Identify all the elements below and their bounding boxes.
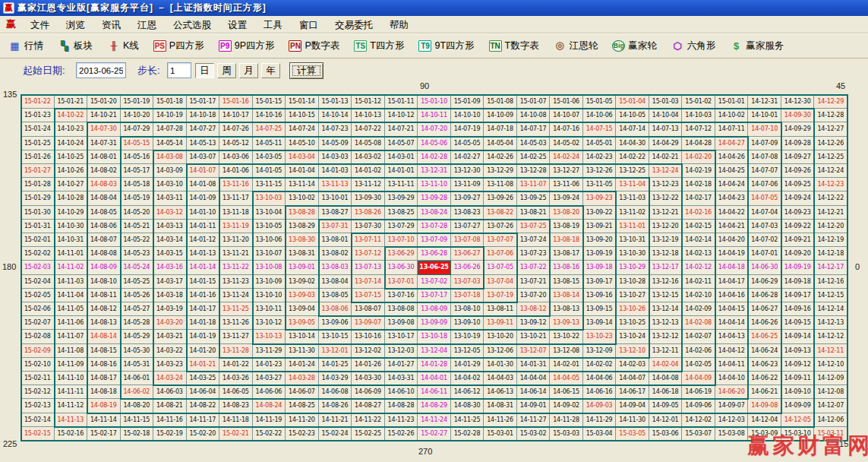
menu-item-10[interactable]: 帮助: [381, 18, 417, 32]
grid-cell: 13-12-03: [385, 344, 418, 358]
grid-cell: 14-06-29: [748, 275, 781, 289]
grid-cell: 13-08-31: [286, 247, 319, 261]
grid-cell: 15-01-04: [616, 95, 649, 109]
toolbar-button-13[interactable]: $赢家服务: [726, 37, 788, 55]
menu-logo-icon: 赢: [3, 17, 22, 31]
period-button-年[interactable]: 年: [261, 63, 280, 78]
grid-cell: 13-10-08: [253, 261, 286, 274]
grid-cell: 13-10-22: [550, 330, 583, 343]
start-date-input[interactable]: [76, 62, 126, 78]
grid-cell: 14-01-07: [187, 164, 220, 178]
grid-cell: 14-09-16: [781, 302, 815, 316]
menu-item-8[interactable]: 窗口: [291, 18, 327, 32]
menu-item-3[interactable]: 资讯: [93, 18, 129, 32]
grid-cell: 14-04-23: [715, 191, 749, 205]
grid-cell: 14-02-06: [682, 344, 715, 358]
toolbar-button-2[interactable]: ▚板块: [54, 37, 96, 55]
step-input[interactable]: [167, 62, 191, 78]
toolbar-button-11[interactable]: Big赢家轮: [608, 37, 661, 55]
grid-cell: 13-12-24: [649, 164, 683, 178]
grid-cell: 13-09-08: [385, 316, 418, 330]
grid-cell: 15-01-30: [21, 206, 55, 220]
grid-cell: 14-05-22: [121, 233, 154, 247]
grid-cell: 14-02-05: [682, 358, 715, 372]
period-button-月[interactable]: 月: [239, 63, 258, 78]
grid-cell: 14-03-03: [319, 150, 352, 164]
grid-cell: 14-01-25: [319, 358, 352, 372]
grid-cell: 14-07-27: [187, 122, 220, 136]
menu-item-9[interactable]: 交易委托: [327, 18, 381, 32]
grid-cell: 14-07-25: [253, 122, 286, 136]
grid-cell: 15-02-02: [21, 247, 55, 261]
grid-cell: 13-08-05: [319, 289, 352, 302]
grid-cell: 14-01-21: [187, 358, 220, 372]
menu-item-1[interactable]: 文件: [22, 18, 58, 32]
grid-cell: 14-08-12: [87, 302, 121, 316]
grid-cell: 14-07-11: [715, 122, 749, 136]
toolbar-button-4[interactable]: PSP四方形: [150, 37, 208, 55]
grid-cell: 14-11-27: [517, 413, 551, 427]
grid-cell: 14-04-02: [451, 372, 485, 385]
menu-item-4[interactable]: 江恩: [129, 18, 165, 32]
grid-cell: 15-01-23: [21, 109, 55, 122]
grid-cell: 14-08-18: [87, 385, 121, 399]
grid-cell: 14-07-06: [748, 178, 781, 191]
grid-cell: 13-08-09: [418, 302, 451, 316]
menu-item-2[interactable]: 浏览: [58, 18, 93, 32]
title-bar: 赢 赢家江恩专业版[赢家服务平台] － [上证指数时间正方形]: [0, 0, 868, 16]
grid-cell: 13-12-31: [418, 164, 451, 178]
toolbar-button-9[interactable]: TNT数字表: [485, 37, 543, 55]
grid-cell: 14-09-17: [781, 289, 815, 302]
toolbar-button-3[interactable]: ╫K线: [103, 37, 143, 55]
grid-cell: 14-09-10: [781, 385, 815, 399]
grid-cell: 14-03-26: [219, 372, 253, 385]
grid-cell: 13-11-29: [253, 344, 286, 358]
grid-cell: 14-11-26: [484, 413, 517, 427]
period-button-日[interactable]: 日: [195, 63, 214, 78]
grid-cell: 14-10-03: [682, 109, 715, 122]
grid-cell: 13-07-09: [418, 233, 451, 247]
grid-cell: 14-03-29: [319, 372, 352, 385]
toolbar-button-6[interactable]: PNP数字表: [285, 37, 343, 55]
sectors-icon: ▚: [58, 40, 71, 52]
toolbar-button-1[interactable]: ▦行情: [5, 37, 47, 55]
grid-cell: 14-05-27: [121, 302, 154, 316]
service-icon: $: [730, 40, 743, 52]
menu-item-5[interactable]: 公式选股: [165, 18, 219, 32]
grid-cell: 14-01-08: [187, 178, 220, 191]
grid-cell: 14-03-18: [153, 289, 187, 302]
grid-cell: 13-07-30: [352, 220, 385, 233]
grid-cell: 13-09-07: [352, 316, 385, 330]
grid-cell: 14-05-31: [121, 358, 154, 372]
grid-cell: 14-09-30: [781, 109, 815, 122]
toolbar-button-8[interactable]: T99T四方形: [415, 37, 478, 55]
period-button-周[interactable]: 周: [217, 63, 236, 78]
calculate-button[interactable]: 计算: [289, 62, 324, 79]
grid-cell: 15-02-23: [286, 427, 319, 441]
grid-cell: 13-12-27: [550, 164, 583, 178]
grid-cell: 13-12-04: [418, 344, 451, 358]
grid-cell: 14-07-16: [550, 122, 583, 136]
grid-cell: 14-02-21: [649, 150, 683, 164]
toolbar-button-5[interactable]: P99P四方形: [215, 37, 279, 55]
grid-cell: 14-08-13: [87, 316, 121, 330]
toolbar-button-7[interactable]: TST四方形: [350, 37, 408, 55]
grid-cell: 14-03-01: [385, 150, 418, 164]
grid-cell: 14-03-10: [153, 178, 187, 191]
grid-cell: 14-10-16: [253, 109, 286, 122]
grid-cell: 14-12-05: [781, 413, 815, 427]
grid-cell: 14-09-02: [550, 399, 583, 413]
grid-cell: 14-02-20: [682, 150, 715, 164]
grid-cell: 13-08-03: [319, 261, 352, 274]
grid-cell: 13-09-27: [451, 191, 485, 205]
grid-cell: 13-12-30: [451, 164, 485, 178]
grid-cell: 14-02-12: [682, 261, 715, 274]
grid-cell: 14-02-13: [682, 247, 715, 261]
menu-item-7[interactable]: 工具: [255, 18, 291, 32]
grid-cell: 14-12-19: [814, 233, 847, 247]
toolbar-button-12[interactable]: ⬡六角形: [668, 37, 720, 55]
grid-cell: 14-11-11: [55, 385, 88, 399]
toolbar-button-10[interactable]: ◎江恩轮: [550, 37, 602, 55]
toolbar-label: P四方形: [169, 40, 204, 52]
menu-item-6[interactable]: 设置: [219, 18, 255, 32]
